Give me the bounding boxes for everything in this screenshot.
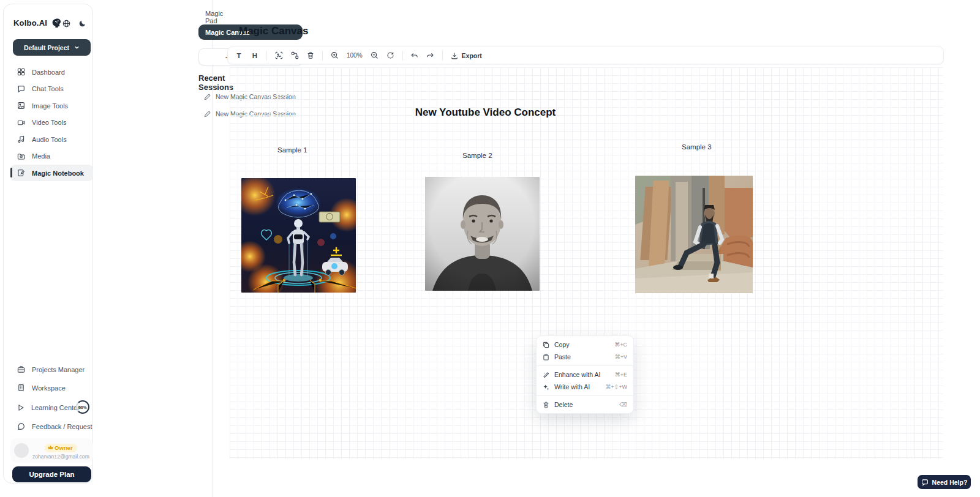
sidebar-item-chat-tools[interactable]: Chat Tools: [10, 81, 93, 97]
menu-item-delete[interactable]: Delete ⌫: [537, 398, 633, 411]
zoom-out-button[interactable]: [368, 49, 382, 62]
upgrade-plan-button[interactable]: Upgrade Plan: [12, 466, 91, 482]
menu-item-label: Enhance with AI: [554, 371, 610, 378]
menu-item-write-with-ai[interactable]: Write with AI ⌘+⇧+W: [537, 381, 633, 393]
recent-sessions-heading: Recent Sessions: [198, 73, 233, 92]
profile-card[interactable]: Owner zoharvan12@gmail.com: [10, 438, 93, 463]
sidebar-item-label: Image Tools: [32, 102, 68, 110]
scan-image-icon: [275, 51, 283, 59]
context-menu: Copy ⌘+C Paste ⌘+V Enhance with AI ⌘+E W…: [536, 335, 634, 414]
export-label: Export: [462, 52, 482, 59]
sample-image-1[interactable]: [241, 178, 356, 293]
menu-item-label: Paste: [554, 353, 610, 361]
sample-3-label[interactable]: Sample 3: [682, 143, 712, 151]
owner-badge: Owner: [45, 444, 77, 452]
menu-item-paste[interactable]: Paste ⌘+V: [537, 351, 633, 363]
zoom-in-icon: [331, 51, 339, 59]
text-tool-button[interactable]: T: [232, 49, 246, 62]
sparkles-icon: [543, 384, 549, 390]
toolbar-divider: [442, 51, 443, 61]
zoom-level[interactable]: 100%: [343, 52, 366, 59]
sidebar-item-label: Chat Tools: [32, 85, 64, 92]
trash-icon: [543, 402, 549, 408]
learning-progress-badge: 66%: [76, 400, 89, 414]
crown-icon: [48, 445, 53, 450]
sidebar: Kolbo.AI Default Project Dashboard Chat …: [3, 4, 93, 484]
menu-item-shortcut: ⌘+V: [615, 354, 627, 360]
media-folder-icon: [17, 152, 25, 160]
menu-item-copy[interactable]: Copy ⌘+C: [537, 338, 633, 351]
copy-icon: [543, 342, 549, 348]
sidebar-item-workspace[interactable]: Workspace: [10, 379, 93, 396]
menu-item-label: Write with AI: [554, 383, 600, 390]
sidebar-item-media[interactable]: Media: [10, 148, 93, 165]
export-button[interactable]: Export: [447, 49, 486, 62]
project-selector[interactable]: Default Project: [13, 39, 91, 56]
active-nav-indicator: [10, 168, 12, 177]
sidebar-item-feedback[interactable]: Feedback / Request: [10, 418, 93, 435]
sidebar-item-label: Video Tools: [32, 119, 66, 126]
rotate-reset-icon: [386, 51, 394, 59]
enhance-pen-icon: [543, 372, 549, 378]
briefcase-icon: [17, 365, 25, 373]
sidebar-item-label: Learning Center: [31, 404, 80, 411]
brain-logo-icon: [51, 18, 62, 28]
tab-magic-pad[interactable]: Magic Pad: [205, 10, 223, 24]
language-globe-icon[interactable]: [62, 20, 70, 28]
sidebar-item-label: Projects Manager: [32, 366, 85, 373]
feedback-bubble-icon: [17, 422, 25, 430]
menu-item-label: Copy: [554, 341, 609, 348]
sidebar-item-label: Magic Notebook: [32, 170, 84, 177]
menu-divider: [537, 395, 633, 396]
image-icon: [17, 102, 25, 110]
menu-item-shortcut: ⌘+C: [614, 342, 627, 348]
sample-image-2[interactable]: [425, 177, 540, 291]
delete-tool-button[interactable]: [303, 49, 318, 62]
sidebar-item-projects-manager[interactable]: Projects Manager: [10, 361, 93, 378]
canvas-toolbar: T H 100% Export: [227, 47, 944, 64]
generate-image-tool-button[interactable]: [271, 49, 286, 62]
menu-item-shortcut: ⌫: [619, 402, 627, 408]
dashboard-icon: [17, 68, 25, 76]
sidebar-item-label: Feedback / Request: [32, 423, 92, 430]
sidebar-item-label: Audio Tools: [32, 136, 67, 143]
sidebar-item-video-tools[interactable]: Video Tools: [10, 114, 93, 131]
sidebar-item-magic-notebook[interactable]: Magic Notebook: [10, 165, 93, 181]
play-icon: [17, 404, 24, 411]
need-help-button[interactable]: Need Help?: [918, 475, 971, 489]
heading-tool-button[interactable]: H: [247, 49, 262, 62]
sample-2-label[interactable]: Sample 2: [462, 152, 492, 159]
sidebar-item-label: Workspace: [32, 384, 66, 392]
pencil-icon: [204, 111, 211, 118]
connector-tool-button[interactable]: [287, 49, 302, 62]
owner-badge-label: Owner: [55, 444, 73, 451]
building-icon: [17, 384, 25, 392]
profile-email: zoharvan12@gmail.com: [32, 454, 89, 460]
sidebar-item-image-tools[interactable]: Image Tools: [10, 97, 93, 114]
sidebar-item-dashboard[interactable]: Dashboard: [10, 64, 93, 80]
avatar: [14, 443, 29, 458]
progress-value: 66%: [78, 405, 86, 409]
zoom-in-button[interactable]: [327, 49, 342, 62]
canvas-heading[interactable]: New Youtube Video Concept: [368, 106, 603, 119]
page-title: Magic Canvas: [239, 25, 308, 37]
logo-text: Kolbo.AI: [13, 18, 47, 28]
paste-clipboard-icon: [543, 354, 549, 361]
redo-icon: [426, 52, 434, 59]
trash-icon: [307, 51, 314, 59]
menu-item-enhance-with-ai[interactable]: Enhance with AI ⌘+E: [537, 368, 633, 381]
toolbar-divider: [322, 51, 323, 61]
sidebar-item-audio-tools[interactable]: Audio Tools: [10, 131, 93, 148]
redo-button[interactable]: [423, 49, 438, 62]
music-note-icon: [17, 135, 25, 143]
undo-button[interactable]: [407, 49, 422, 62]
sample-1-label[interactable]: Sample 1: [277, 146, 307, 154]
sample-image-3[interactable]: [635, 176, 753, 293]
need-help-label: Need Help?: [932, 479, 968, 486]
menu-item-shortcut: ⌘+E: [615, 372, 627, 378]
connector-icon: [291, 51, 299, 59]
reset-view-button[interactable]: [383, 49, 398, 62]
chevron-down-icon: [74, 45, 80, 50]
zoom-out-icon: [371, 51, 379, 59]
dark-mode-moon-icon[interactable]: [79, 20, 86, 27]
